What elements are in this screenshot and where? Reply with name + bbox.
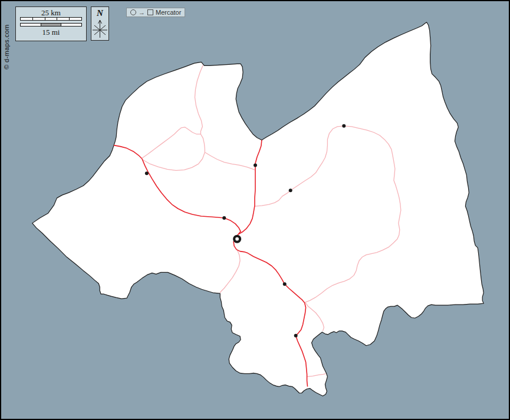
capital-marker [234,236,240,242]
map-svg [1,1,509,419]
square-icon [147,9,153,15]
north-label: N [91,8,108,18]
scale-bar-km [20,17,82,21]
arrow-right-icon: → [139,9,145,15]
town-marker [222,216,226,220]
town-marker [283,282,287,286]
town-marker [145,171,149,175]
circle-icon [130,9,136,15]
copyright-watermark: © d-maps.com [3,25,10,70]
scale-km-label: 25 km [16,8,86,17]
scale-bar: 25 km 15 mi [15,6,87,41]
town-marker [342,124,346,128]
north-indicator: N [91,6,109,41]
map-canvas: 25 km 15 mi N → [0,0,510,420]
scale-bar-mi [20,23,82,27]
compass-rose-icon [91,18,108,39]
projection-legend: → Mercator [126,8,185,17]
projection-label: Mercator [156,9,181,16]
town-marker [254,163,257,167]
town-marker [289,188,292,192]
scale-mi-label: 15 mi [16,28,86,37]
town-marker [294,334,298,338]
